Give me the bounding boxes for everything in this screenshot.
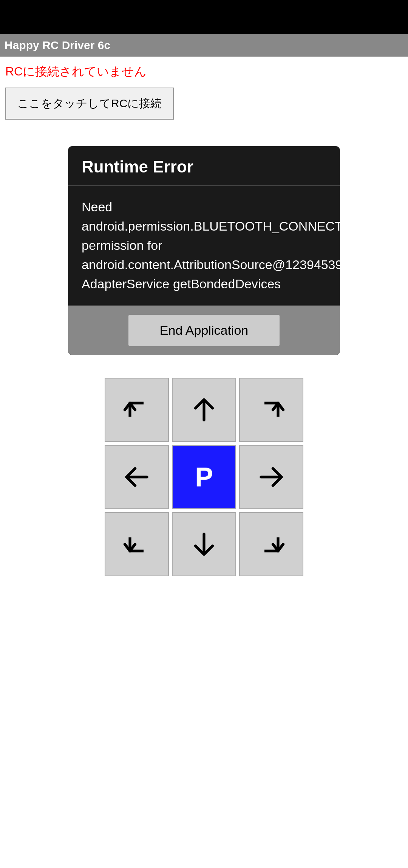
dpad-row-mid: P: [105, 445, 303, 509]
turn-left-up-icon: [120, 393, 154, 427]
dpad-turn-right-down[interactable]: [239, 512, 303, 576]
right-arrow-icon: [254, 460, 288, 494]
app-title: Happy RC Driver 6c: [5, 39, 110, 52]
dpad-left[interactable]: [105, 445, 169, 509]
dpad-right[interactable]: [239, 445, 303, 509]
dpad-turn-left-up[interactable]: [105, 378, 169, 442]
main-content: Runtime Error Need android.permission.BL…: [0, 146, 408, 591]
turn-right-down-icon: [254, 527, 288, 561]
dialog-footer: End Application: [68, 306, 340, 355]
app-title-bar: Happy RC Driver 6c: [0, 34, 408, 57]
top-black-bar: [0, 0, 408, 34]
dpad-down[interactable]: [172, 512, 236, 576]
park-label: P: [195, 462, 213, 492]
dpad-row-top: [105, 378, 303, 442]
end-application-button[interactable]: End Application: [128, 315, 280, 346]
left-arrow-icon: [120, 460, 154, 494]
direction-pad: P: [0, 378, 408, 591]
dpad-park[interactable]: P: [172, 445, 236, 509]
dialog-message: Need android.permission.BLUETOOTH_CONNEC…: [82, 197, 326, 294]
dpad-row-bottom: [105, 512, 303, 576]
error-dialog: Runtime Error Need android.permission.BL…: [68, 146, 340, 355]
connection-status: RCに接続されていません: [0, 57, 408, 84]
dpad-turn-right-up[interactable]: [239, 378, 303, 442]
up-arrow-icon: [187, 393, 221, 427]
dialog-body: Need android.permission.BLUETOOTH_CONNEC…: [68, 186, 340, 306]
dpad-turn-left-down[interactable]: [105, 512, 169, 576]
down-arrow-icon: [187, 527, 221, 561]
turn-right-up-icon: [254, 393, 288, 427]
connect-button[interactable]: ここをタッチしてRCに接続: [5, 88, 174, 120]
dialog-title-bar: Runtime Error: [68, 146, 340, 186]
dialog-title: Runtime Error: [82, 157, 193, 176]
turn-left-down-icon: [120, 527, 154, 561]
dpad-up[interactable]: [172, 378, 236, 442]
